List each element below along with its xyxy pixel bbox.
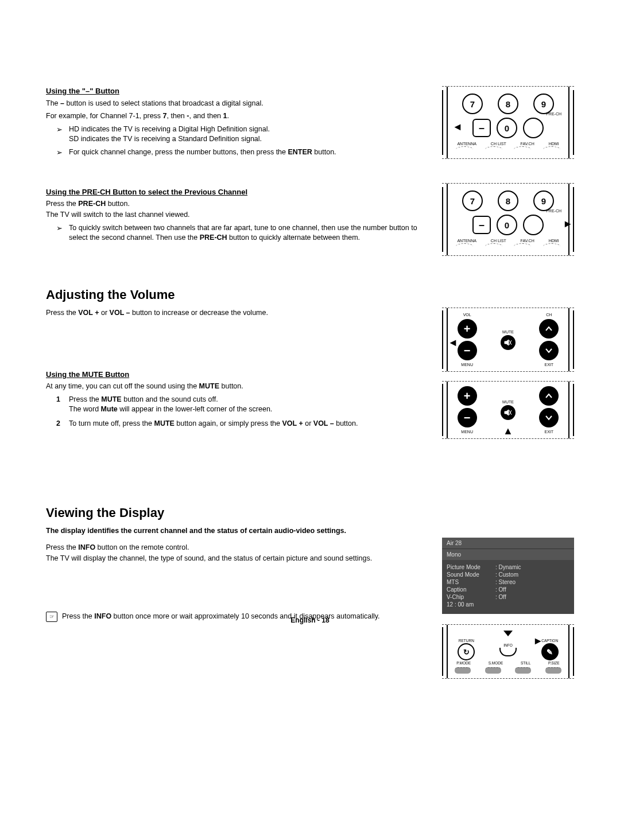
bold-text: 7 [163, 112, 167, 120]
oval-button [514, 243, 531, 250]
text: , then [167, 112, 187, 120]
osd-sound: Mono [442, 549, 574, 560]
info-button [499, 648, 517, 656]
bold-text: MUTE [199, 382, 219, 390]
button-dash: – [472, 216, 491, 234]
text: . [227, 112, 228, 120]
mute-icon [501, 335, 516, 350]
text: button is used to select stations that b… [64, 99, 264, 107]
label-antenna: ANTENNA [457, 142, 476, 146]
list-number: 2 [56, 419, 60, 429]
pill-button [455, 667, 471, 674]
text: or [99, 309, 110, 317]
text: For example, for Channel 7-1, press [46, 112, 163, 120]
osd-val: : Stereo [495, 578, 516, 586]
bold-text: PRE-CH [78, 200, 106, 208]
label-chlist: CH LIST [491, 142, 506, 146]
label-smode: S.MODE [489, 661, 503, 665]
vol-rocker: VOL + ◄ − MENU [458, 313, 477, 367]
button-8: 8 [498, 190, 518, 211]
bold-text: VOL – [313, 419, 334, 427]
osd-display: Air 28 Mono Picture Mode: Dynamic Sound … [442, 538, 574, 614]
heading-mute: Using the MUTE Button [46, 370, 425, 380]
paragraph: Press the INFO button on the remote cont… [46, 543, 425, 553]
arrow-list: To quickly switch between two channels t… [56, 223, 425, 243]
osd-key: Sound Mode [447, 571, 495, 578]
label-psize: P.SIZE [548, 661, 560, 665]
label-favch: FAV.CH [521, 239, 534, 243]
pointer-icon: ► [533, 635, 543, 647]
button-dash: – [472, 119, 491, 137]
oval-button [456, 243, 473, 250]
label-mute: MUTE [502, 330, 514, 334]
paragraph: The – button is used to select stations … [46, 99, 425, 108]
osd-key: Picture Mode [447, 563, 495, 571]
bold-text: VOL + [282, 419, 303, 427]
paragraph: Press the PRE-CH button. [46, 199, 425, 209]
button-prech [523, 215, 544, 235]
label-exit: EXIT [545, 430, 554, 434]
bold-text: PRE-CH [200, 234, 227, 242]
osd-val: : Off [495, 586, 506, 593]
text: will appear in the lower-left corner of … [118, 405, 273, 413]
label-prech: PRE-CH [546, 209, 561, 213]
button-7: 7 [462, 94, 483, 114]
remote-illustration-mute: + − MENU MUTE ▲ EXIT [442, 381, 574, 439]
paragraph: The TV will display the channel, the typ… [46, 554, 425, 563]
label-pmode: P.MODE [456, 661, 471, 665]
osd-key: Caption [447, 586, 495, 593]
ch-rocker: CH EXIT [539, 313, 559, 367]
pill-button [485, 667, 501, 674]
label-return: RETURN [459, 639, 474, 643]
ch-up-icon [539, 386, 559, 406]
numbered-list: 1 Press the MUTE button and the sound cu… [56, 395, 425, 429]
text: button to increase or decrease the volum… [130, 309, 268, 317]
label-mute: MUTE [502, 400, 514, 404]
paragraph: Press the VOL + or VOL – button to incre… [46, 308, 425, 318]
osd-body: Picture Mode: Dynamic Sound Mode: Custom… [442, 560, 574, 614]
osd-val: : Dynamic [495, 563, 521, 571]
remote-illustration-vol: VOL + ◄ − MENU MUTE CH EXIT [442, 308, 574, 372]
oval-button [485, 146, 502, 153]
label-prech: PRE-CH [546, 112, 561, 116]
button-0: 0 [497, 215, 517, 235]
arrow-list: HD indicates the TV is receiving a Digit… [56, 125, 425, 157]
list-item: 1 Press the MUTE button and the sound cu… [56, 395, 425, 414]
label-still: STILL [521, 661, 530, 665]
pointer-icon: ◄ [452, 121, 463, 133]
vol-down-icon: − [458, 341, 477, 360]
list-number: 1 [56, 395, 60, 405]
button-9: 9 [533, 94, 554, 114]
label-caption: CAPTION [541, 639, 558, 643]
bold-text: ENTER [288, 148, 312, 156]
bold-text: VOL + [78, 309, 99, 317]
oval-button [514, 146, 531, 153]
remote-illustration-info: RETURN ↻ INFO CAPTION ✎ ► P.MODE S.M [442, 624, 574, 679]
oval-button [543, 146, 560, 153]
osd-val: : Off [495, 593, 506, 601]
bold-text: VOL – [110, 309, 130, 317]
vol-up-icon: + [458, 386, 477, 406]
chevron-down-icon [503, 631, 513, 636]
section-mute: Using the MUTE Button At any time, you c… [46, 370, 425, 429]
pill-button [515, 667, 531, 674]
pointer-icon: ◄ [448, 337, 458, 349]
text: Press the [46, 200, 78, 208]
osd-key: V-Chip [447, 593, 495, 601]
label-ch: CH [546, 313, 552, 317]
label-menu: MENU [461, 363, 473, 367]
return-icon: ↻ [458, 643, 475, 660]
heading-dash-button: Using the "–" Button [46, 86, 425, 96]
osd-time: 12 : 00 am [447, 601, 569, 608]
label-info: INFO [503, 643, 513, 647]
bold-text: – [60, 99, 64, 107]
oval-button [456, 146, 473, 153]
heading-prech: Using the PRE-CH Button to select the Pr… [46, 187, 425, 197]
text: button. [312, 148, 336, 156]
list-item: HD indicates the TV is receiving a Digit… [56, 125, 425, 144]
text: At any time, you can cut off the sound u… [46, 382, 199, 390]
text: button. [219, 382, 243, 390]
button-9: 9 [533, 190, 554, 211]
button-prech-blank [523, 118, 544, 138]
caption-icon: ✎ [541, 643, 559, 660]
